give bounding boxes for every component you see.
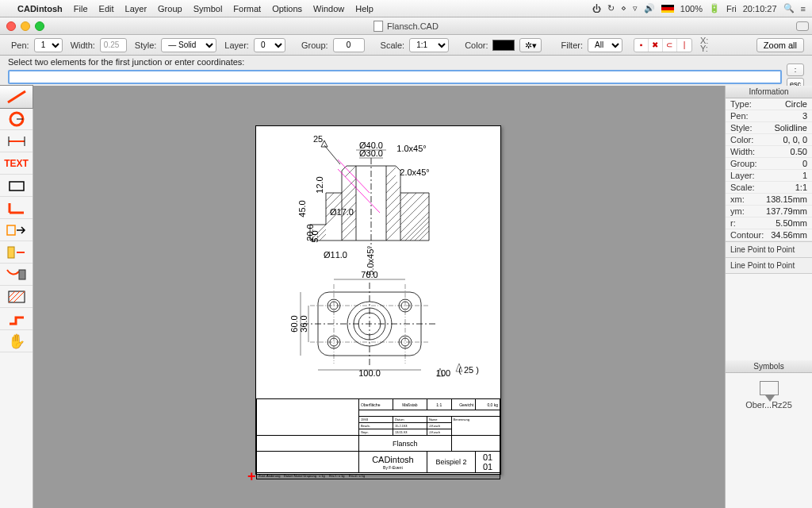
width-label: Width: xyxy=(71,40,95,50)
filter-select[interactable]: All xyxy=(588,38,622,52)
scale-label: Scale: xyxy=(381,40,405,50)
scale-select[interactable]: 1:1 xyxy=(409,38,449,52)
menu-edit[interactable]: Edit xyxy=(99,4,114,13)
bt-icon[interactable]: ⋄ xyxy=(621,3,626,13)
menu-symbol[interactable]: Symbol xyxy=(193,4,223,13)
volume-icon[interactable]: 🔊 xyxy=(644,3,655,13)
menu-format[interactable]: Format xyxy=(233,4,261,13)
svg-line-38 xyxy=(386,175,396,185)
erase-tool[interactable] xyxy=(0,264,33,286)
menu-app[interactable]: CADintosh xyxy=(17,4,63,13)
toggle-icon[interactable]: ⏻ xyxy=(592,4,601,13)
wifi-icon[interactable]: ▿ xyxy=(633,3,638,13)
command-input[interactable] xyxy=(8,70,782,84)
svg-line-34 xyxy=(386,202,400,217)
svg-text:36.0: 36.0 xyxy=(299,315,308,332)
svg-line-21 xyxy=(326,193,342,209)
style-select[interactable]: — Solid xyxy=(161,38,216,52)
width-field[interactable] xyxy=(100,38,127,52)
svg-line-13 xyxy=(9,291,20,302)
text-tool[interactable]: TEXT xyxy=(0,152,33,175)
dimension-tool[interactable] xyxy=(0,130,33,152)
snap-4-icon[interactable]: | xyxy=(677,39,691,52)
svg-text:45.0: 45.0 xyxy=(297,200,307,217)
toolbar-toggle-icon[interactable] xyxy=(796,21,809,31)
command-prompt: Select two elements for the first juncti… xyxy=(0,56,812,68)
rect-tool[interactable] xyxy=(0,175,33,197)
title-block: Oberfläche Maßstab 1:1 Gewicht 0,0 kg 19… xyxy=(256,398,500,474)
corner-tool[interactable] xyxy=(0,197,33,219)
align-tool[interactable] xyxy=(0,219,33,241)
svg-rect-11 xyxy=(19,270,25,279)
hatch-tool[interactable] xyxy=(0,286,33,308)
gear-icon[interactable]: ✲▾ xyxy=(519,38,542,52)
svg-text:12.0: 12.0 xyxy=(315,176,324,193)
svg-text:5.0: 5.0 xyxy=(310,230,320,242)
menu-group[interactable]: Group xyxy=(158,4,182,13)
color-swatch[interactable] xyxy=(492,40,515,51)
svg-line-33 xyxy=(386,210,400,225)
snap-1-icon[interactable]: ▪ xyxy=(634,39,649,52)
clock-time[interactable]: 20:10:27 xyxy=(743,4,777,13)
svg-line-47 xyxy=(400,193,424,217)
svg-line-53 xyxy=(324,145,340,164)
step-tool[interactable] xyxy=(0,308,33,330)
circle-tool[interactable] xyxy=(0,108,33,130)
group-field[interactable] xyxy=(333,38,365,52)
notif-icon[interactable]: ≡ xyxy=(801,4,806,13)
svg-text:2.0x45°: 2.0x45° xyxy=(400,167,429,177)
snap-3-icon[interactable]: ⊂ xyxy=(663,39,677,52)
info-row: Group:0 xyxy=(726,158,812,170)
filter-label: Filter: xyxy=(561,40,583,50)
svg-line-28 xyxy=(342,187,356,201)
svg-line-23 xyxy=(342,226,356,241)
battery-pct: 100% xyxy=(680,4,703,13)
svg-rect-9 xyxy=(7,225,15,235)
menu-window[interactable]: Window xyxy=(313,4,344,13)
spotlight-icon[interactable]: 🔍 xyxy=(783,3,795,13)
snap-2-icon[interactable]: ✖ xyxy=(649,39,663,52)
menu-file[interactable]: File xyxy=(74,4,88,13)
layer-select[interactable]: 0 xyxy=(254,38,285,52)
svg-line-46 xyxy=(400,196,429,225)
svg-line-0 xyxy=(8,91,25,102)
layer-panel-tool[interactable] xyxy=(0,241,33,264)
svg-line-41 xyxy=(405,217,429,241)
line-tool[interactable] xyxy=(0,86,33,108)
technical-drawing: Ø40.0 Ø30.0 1.0x45° 2.0x45° 45.0 12.0 20… xyxy=(262,129,496,391)
svg-line-40 xyxy=(400,212,429,241)
symbol-thumb-icon[interactable] xyxy=(760,381,779,395)
info-row: ym:137.79mm xyxy=(726,206,812,217)
hand-tool[interactable]: ✋ xyxy=(0,330,33,352)
minimize-icon[interactable] xyxy=(21,21,30,31)
zoom-all-button[interactable]: Zoom all xyxy=(756,38,804,52)
sync-icon[interactable]: ↻ xyxy=(607,3,615,13)
group-label: Group: xyxy=(301,40,328,50)
window-title-text: Flansch.CAD xyxy=(387,21,439,31)
svg-line-31 xyxy=(386,226,400,241)
coord-readout: X:Y: xyxy=(700,37,708,53)
clock-day[interactable]: Fri xyxy=(726,4,737,13)
close-icon[interactable] xyxy=(6,21,16,31)
menu-layer[interactable]: Layer xyxy=(125,4,147,13)
menubar: CADintosh File Edit Layer Group Symbol F… xyxy=(0,0,812,17)
svg-text:60.0: 60.0 xyxy=(289,315,299,332)
menubar-status: ⏻ ↻ ⋄ ▿ 🔊 100% 🔋 Fri 20:10:27 🔍 ≡ xyxy=(592,3,806,13)
command-input-bar: : esc xyxy=(0,68,812,86)
menu-help[interactable]: Help xyxy=(355,4,373,13)
drawing-canvas[interactable]: Ø40.0 Ø30.0 1.0x45° 2.0x45° 45.0 12.0 20… xyxy=(33,86,725,508)
pen-label: Pen: xyxy=(11,40,29,50)
flag-icon[interactable] xyxy=(661,5,674,13)
menu-options[interactable]: Options xyxy=(272,4,302,13)
pen-select[interactable]: 1 xyxy=(34,38,63,52)
svg-line-48 xyxy=(400,193,416,209)
symbols-body[interactable]: Ober...Rz25 xyxy=(726,373,812,508)
colon-button[interactable]: : xyxy=(787,64,804,76)
zoom-icon[interactable] xyxy=(35,21,44,31)
svg-text:25: 25 xyxy=(313,134,323,144)
action-line-1[interactable]: Line Point to Point xyxy=(726,241,812,258)
traffic-lights xyxy=(6,21,44,31)
battery-icon[interactable]: 🔋 xyxy=(709,3,720,13)
svg-line-42 xyxy=(410,221,429,241)
action-line-2[interactable]: Line Point to Point xyxy=(726,258,812,274)
